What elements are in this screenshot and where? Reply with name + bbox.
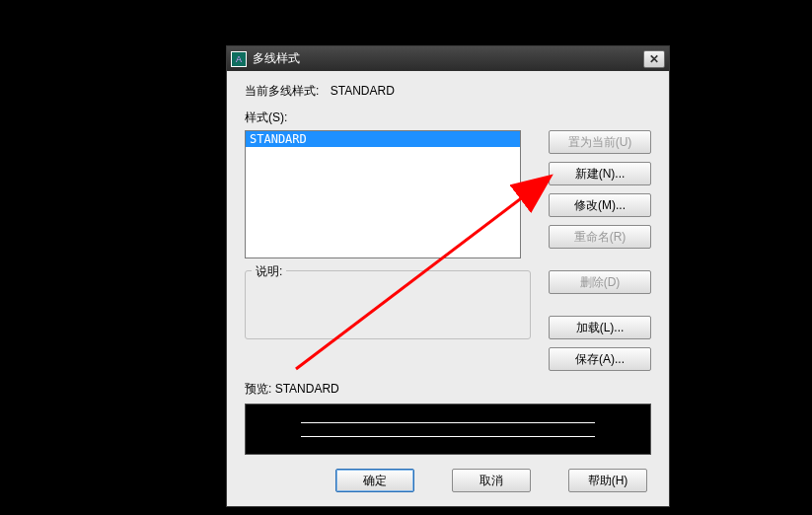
styles-listbox[interactable]: STANDARD [245, 130, 521, 258]
description-group: 说明: [245, 270, 531, 339]
preview-line-top [301, 422, 595, 423]
dialog-title: 多线样式 [253, 50, 643, 67]
save-button[interactable]: 保存(A)... [549, 347, 651, 371]
ok-button[interactable]: 确定 [335, 469, 414, 492]
current-style-row: 当前多线样式: STANDARD [245, 83, 651, 100]
modify-button[interactable]: 修改(M)... [549, 193, 651, 217]
description-label: 说明: [252, 263, 286, 280]
preview-box [245, 404, 651, 455]
current-style-value: STANDARD [331, 84, 395, 98]
preview-line-bottom [301, 436, 595, 437]
close-button[interactable]: ✕ [643, 50, 665, 68]
delete-button[interactable]: 删除(D) [549, 270, 651, 294]
titlebar[interactable]: A 多线样式 ✕ [227, 46, 669, 71]
current-style-label: 当前多线样式: [245, 84, 319, 98]
styles-label: 样式(S): [245, 110, 651, 126]
dialog-buttons-row: 确定 取消 帮助(H) [245, 469, 651, 492]
list-item[interactable]: STANDARD [246, 131, 520, 147]
multiline-style-dialog: A 多线样式 ✕ 当前多线样式: STANDARD 样式(S): STANDAR… [226, 45, 670, 507]
app-icon: A [231, 51, 247, 67]
load-button[interactable]: 加载(L)... [549, 316, 651, 339]
cancel-button[interactable]: 取消 [452, 469, 531, 492]
description-box [252, 277, 524, 332]
help-button[interactable]: 帮助(H) [568, 469, 647, 492]
preview-label: 预览: STANDARD [245, 381, 651, 398]
dialog-body: 当前多线样式: STANDARD 样式(S): STANDARD 说明: 置为当… [227, 71, 669, 506]
rename-button[interactable]: 重命名(R) [549, 225, 651, 249]
set-current-button[interactable]: 置为当前(U) [549, 130, 651, 154]
new-button[interactable]: 新建(N)... [549, 162, 651, 185]
